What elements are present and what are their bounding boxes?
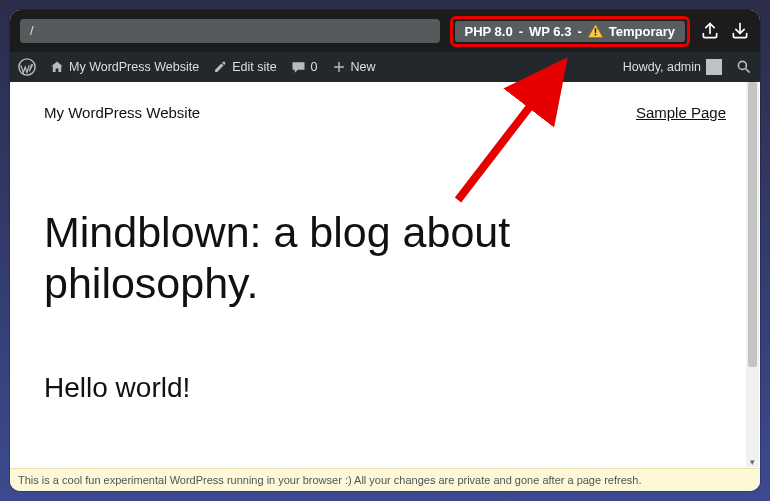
sample-page-link[interactable]: Sample Page (636, 104, 726, 121)
svg-rect-1 (595, 28, 597, 33)
adminbar-search[interactable] (736, 59, 752, 75)
url-input[interactable] (20, 19, 440, 43)
svg-rect-2 (595, 34, 597, 36)
plus-icon (332, 60, 346, 74)
scrollbar-thumb[interactable] (748, 82, 757, 367)
upload-icon[interactable] (700, 21, 720, 41)
scrollbar-down-icon[interactable]: ▾ (746, 457, 759, 467)
footer-notice: This is a cool fun experimental WordPres… (10, 468, 760, 491)
adminbar-site-name[interactable]: My WordPress Website (50, 60, 199, 74)
post-title[interactable]: Hello world! (44, 372, 726, 404)
home-icon (50, 60, 64, 74)
search-icon (736, 59, 752, 75)
pencil-icon (213, 60, 227, 74)
warning-icon (588, 24, 603, 38)
wp-admin-bar: My WordPress Website Edit site 0 New How… (10, 52, 760, 82)
avatar (706, 59, 722, 75)
page-site-title[interactable]: My WordPress Website (44, 104, 636, 121)
svg-point-6 (738, 61, 746, 69)
env-badge: PHP 8.0 - WP 6.3 - Temporary (455, 21, 686, 42)
svg-line-7 (746, 69, 750, 73)
comment-icon (291, 60, 306, 75)
url-bar: PHP 8.0 - WP 6.3 - Temporary (10, 10, 760, 52)
env-wp: WP 6.3 (529, 24, 571, 39)
env-php: PHP 8.0 (465, 24, 513, 39)
adminbar-howdy[interactable]: Howdy, admin (623, 59, 722, 75)
env-badge-highlight: PHP 8.0 - WP 6.3 - Temporary (450, 16, 691, 47)
wp-logo-icon[interactable] (18, 58, 36, 76)
adminbar-edit-site[interactable]: Edit site (213, 60, 276, 74)
adminbar-new[interactable]: New (332, 60, 376, 74)
env-status: Temporary (609, 24, 675, 39)
scrollbar[interactable]: ▾ (746, 82, 759, 467)
adminbar-comments[interactable]: 0 (291, 60, 318, 75)
download-icon[interactable] (730, 21, 750, 41)
page-content: My WordPress Website Sample Page Mindblo… (10, 82, 760, 468)
page-heading: Mindblown: a blog about philosophy. (44, 207, 604, 308)
